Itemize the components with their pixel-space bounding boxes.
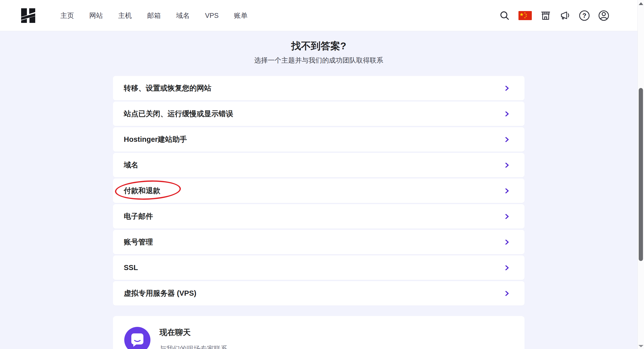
store-icon[interactable] xyxy=(540,10,551,21)
topic-row[interactable]: 站点已关闭、运行缓慢或显示错误 xyxy=(113,102,525,126)
megaphone-icon[interactable] xyxy=(559,10,571,21)
svg-text:★: ★ xyxy=(524,17,526,19)
nav-item[interactable]: 主页 xyxy=(60,11,74,20)
chevron-right-icon xyxy=(503,162,510,169)
chat-now-subtitle: 与我们的现场专家联系 xyxy=(159,344,227,349)
chevron-right-icon xyxy=(503,213,510,220)
chevron-right-icon xyxy=(503,264,510,271)
main-content: 找不到答案? 选择一个主题并与我们的成功团队取得联系 转移、设置或恢复您的网站 … xyxy=(0,31,637,349)
language-flag-china-icon[interactable]: ★ ★ ★ ★ ★ xyxy=(518,11,532,20)
topic-label: Hostinger建站助手 xyxy=(124,135,187,145)
topic-label: SSL xyxy=(124,264,138,272)
chevron-right-icon xyxy=(503,290,510,297)
topic-row[interactable]: 账号管理 xyxy=(113,230,525,254)
scrollbar-up-arrow[interactable] xyxy=(639,2,643,5)
top-navigation-bar: 主页 网站 主机 邮箱 域名 VPS 账单 xyxy=(0,0,637,31)
scrollbar-down-arrow[interactable] xyxy=(638,345,643,347)
chat-now-card[interactable]: 现在聊天 与我们的现场专家联系 xyxy=(113,316,525,349)
page-title: 找不到答案? xyxy=(0,40,637,52)
topic-row[interactable]: 域名 xyxy=(113,153,525,177)
chevron-right-icon xyxy=(503,239,510,246)
chevron-right-icon xyxy=(503,85,510,92)
chat-bubble-icon xyxy=(124,327,150,349)
topic-list: 转移、设置或恢复您的网站 站点已关闭、运行缓慢或显示错误 xyxy=(113,76,525,306)
main-nav: 主页 网站 主机 邮箱 域名 VPS 账单 xyxy=(60,0,248,31)
search-icon[interactable] xyxy=(499,10,510,21)
chevron-right-icon xyxy=(503,187,510,194)
page-subtitle: 选择一个主题并与我们的成功团队取得联系 xyxy=(0,56,637,64)
topic-row[interactable]: Hostinger建站助手 xyxy=(113,127,525,152)
nav-item[interactable]: VPS xyxy=(205,12,219,20)
svg-text:★: ★ xyxy=(519,12,524,17)
nav-item[interactable]: 网站 xyxy=(89,11,103,20)
header-icon-group: ★ ★ ★ ★ ★ xyxy=(499,0,609,31)
nav-item[interactable]: 主机 xyxy=(118,11,132,20)
nav-item[interactable]: 域名 xyxy=(176,11,190,20)
topic-label: 站点已关闭、运行缓慢或显示错误 xyxy=(124,109,233,119)
chevron-right-icon xyxy=(503,136,510,143)
topic-row[interactable]: 电子邮件 xyxy=(113,204,525,229)
help-icon[interactable]: ? xyxy=(579,10,590,21)
topic-row[interactable]: 转移、设置或恢复您的网站 xyxy=(113,76,525,100)
scrollbar-thumb[interactable] xyxy=(639,88,643,261)
nav-item[interactable]: 账单 xyxy=(234,11,248,20)
page: 主页 网站 主机 邮箱 域名 VPS 账单 xyxy=(0,0,637,349)
topic-label: 付款和退款 xyxy=(124,186,160,196)
topic-row[interactable]: 付款和退款 xyxy=(113,179,525,203)
topic-label: 电子邮件 xyxy=(124,211,153,222)
chevron-right-icon xyxy=(503,110,510,117)
topic-label: 转移、设置或恢复您的网站 xyxy=(124,83,211,93)
topic-label: 虚拟专用服务器 (VPS) xyxy=(124,288,196,298)
topic-label: 账号管理 xyxy=(124,237,153,247)
svg-text:?: ? xyxy=(582,12,586,19)
topic-label: 域名 xyxy=(124,160,138,170)
topic-row[interactable]: 虚拟专用服务器 (VPS) xyxy=(113,281,525,306)
account-icon[interactable] xyxy=(598,10,609,21)
hostinger-support-page: { "header": { "nav": ["主页", "网站", "主机", … xyxy=(0,0,644,349)
vertical-scrollbar[interactable] xyxy=(637,0,644,349)
hostinger-logo-icon[interactable] xyxy=(21,8,35,23)
topic-row[interactable]: SSL xyxy=(113,255,525,280)
nav-item[interactable]: 邮箱 xyxy=(147,11,161,20)
chat-now-title: 现在聊天 xyxy=(159,327,191,338)
